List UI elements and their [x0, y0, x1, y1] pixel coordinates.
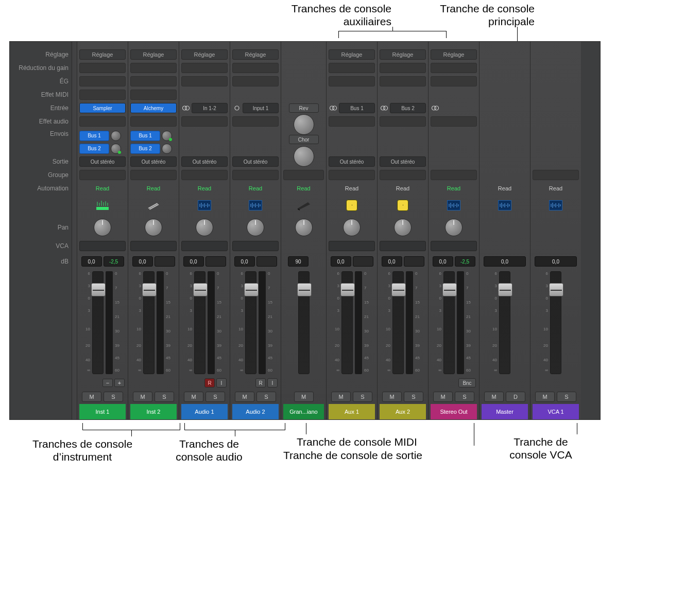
track-name[interactable]: Gran...iano: [283, 404, 324, 419]
mute-button[interactable]: M: [535, 392, 555, 402]
mute-button[interactable]: M: [433, 392, 453, 402]
automation-mode[interactable]: Read: [297, 185, 310, 191]
automation-mode[interactable]: Read: [345, 185, 358, 191]
db-value[interactable]: 0,0: [132, 256, 153, 267]
group-slot[interactable]: [329, 170, 375, 180]
track-name[interactable]: Stereo Out: [431, 404, 477, 419]
input-monitor-button[interactable]: I: [216, 378, 227, 388]
automation-mode[interactable]: Read: [147, 185, 160, 191]
db-value[interactable]: 0,0: [331, 256, 351, 267]
midi-fx-slot[interactable]: [130, 90, 177, 100]
db-value[interactable]: 0,0: [382, 256, 402, 267]
fader[interactable]: [143, 271, 155, 374]
eq-slot[interactable]: [431, 76, 477, 86]
eq-slot[interactable]: [380, 76, 426, 86]
automation-mode[interactable]: Read: [198, 185, 211, 191]
input-slot[interactable]: Input 1: [243, 103, 279, 113]
track-name[interactable]: VCA 1: [533, 404, 579, 419]
input-monitor-button[interactable]: I: [267, 378, 278, 388]
setting-button[interactable]: Réglage: [380, 49, 426, 60]
fader[interactable]: [298, 271, 310, 374]
instrument-slot[interactable]: Sampler: [79, 103, 126, 113]
input-slot[interactable]: Bus 2: [390, 103, 426, 113]
fader[interactable]: [341, 271, 353, 374]
automation-mode[interactable]: Read: [249, 185, 262, 191]
record-enable-button[interactable]: R: [204, 378, 215, 388]
track-name[interactable]: Aux 2: [380, 404, 426, 419]
db-value[interactable]: 0,0: [484, 256, 526, 267]
vca-slot[interactable]: [380, 241, 426, 251]
automation-mode[interactable]: Read: [447, 185, 460, 191]
stereo-icon[interactable]: [181, 104, 191, 112]
group-slot[interactable]: [130, 170, 177, 180]
db-value[interactable]: 0,0: [433, 256, 453, 267]
output-slot[interactable]: Out stéréo: [232, 156, 279, 167]
output-slot[interactable]: Out stéréo: [181, 156, 228, 167]
send-2[interactable]: Bus 2: [79, 144, 109, 154]
pan-knob[interactable]: [295, 219, 313, 236]
dim-button[interactable]: D: [506, 392, 525, 402]
mute-button[interactable]: M: [82, 392, 101, 402]
minus-button[interactable]: −: [102, 379, 113, 387]
vca-slot[interactable]: [431, 241, 477, 251]
solo-button[interactable]: S: [455, 392, 474, 402]
fader[interactable]: [443, 271, 455, 374]
vca-slot[interactable]: [130, 241, 177, 251]
setting-button[interactable]: Réglage: [181, 49, 228, 60]
pan-knob[interactable]: [445, 219, 463, 236]
automation-mode[interactable]: Read: [498, 185, 511, 191]
vca-slot[interactable]: [232, 241, 279, 251]
stereo-icon[interactable]: [329, 104, 338, 112]
setting-button[interactable]: Réglage: [232, 49, 279, 60]
group-slot[interactable]: [79, 170, 126, 180]
fader[interactable]: [392, 271, 404, 374]
send-1[interactable]: Bus 1: [79, 131, 109, 141]
fader[interactable]: [499, 271, 510, 374]
input-slot[interactable]: Bus 1: [339, 103, 375, 113]
output-slot[interactable]: Out stéréo: [79, 156, 126, 167]
track-name[interactable]: Audio 2: [232, 404, 279, 419]
audio-fx-slot[interactable]: [79, 116, 126, 127]
send-2-knob[interactable]: [162, 144, 172, 154]
group-slot[interactable]: [380, 170, 426, 180]
mute-button[interactable]: M: [235, 392, 254, 402]
mute-button[interactable]: M: [331, 392, 351, 402]
solo-button[interactable]: S: [353, 392, 372, 402]
midi-effect-2[interactable]: Chor: [289, 135, 319, 144]
group-slot[interactable]: [181, 170, 228, 180]
midi-knob-1[interactable]: [294, 114, 314, 135]
db-value[interactable]: 0,0: [535, 256, 577, 267]
send-1[interactable]: Bus 1: [130, 131, 160, 141]
eq-slot[interactable]: [79, 76, 126, 86]
automation-mode[interactable]: Read: [549, 185, 562, 191]
eq-slot[interactable]: [329, 76, 375, 86]
db-value[interactable]: 0,0: [183, 256, 204, 267]
audio-fx-slot[interactable]: [130, 116, 177, 127]
setting-button[interactable]: Réglage: [329, 49, 375, 60]
send-1-knob[interactable]: [111, 131, 121, 141]
vca-slot[interactable]: [329, 241, 375, 251]
output-slot[interactable]: Out stéréo: [329, 156, 375, 167]
mute-button[interactable]: M: [294, 392, 314, 402]
pan-knob[interactable]: [145, 219, 162, 236]
solo-button[interactable]: S: [104, 392, 123, 402]
automation-mode[interactable]: Read: [96, 185, 109, 191]
pan-knob[interactable]: [196, 219, 213, 236]
plus-button[interactable]: +: [114, 379, 125, 387]
audio-fx-slot[interactable]: [431, 116, 477, 127]
fader[interactable]: [550, 271, 561, 374]
db-value[interactable]: 90: [288, 256, 309, 267]
stereo-icon[interactable]: [380, 104, 389, 112]
setting-button[interactable]: Réglage: [79, 49, 126, 60]
group-slot[interactable]: [232, 170, 279, 180]
midi-knob-2[interactable]: [294, 146, 314, 167]
audio-fx-slot[interactable]: [232, 116, 279, 127]
audio-fx-slot[interactable]: [329, 116, 375, 127]
output-slot[interactable]: Out stéréo: [130, 156, 177, 167]
bounce-button[interactable]: Bnc: [458, 378, 476, 388]
stereo-icon[interactable]: [431, 104, 440, 112]
setting-button[interactable]: Réglage: [130, 49, 177, 60]
track-name[interactable]: Audio 1: [181, 404, 228, 419]
eq-slot[interactable]: [181, 76, 228, 86]
mute-button[interactable]: M: [133, 392, 152, 402]
